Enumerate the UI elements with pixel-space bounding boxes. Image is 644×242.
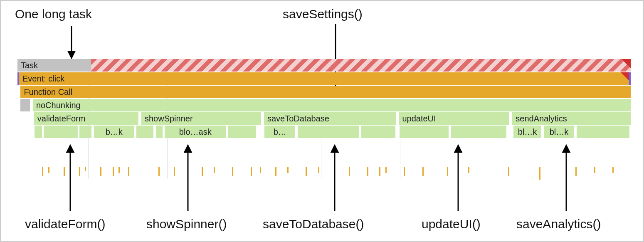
arrow-showSpinner bbox=[182, 146, 194, 213]
row-function-call: Function Call bbox=[17, 86, 631, 98]
bar-leaf-1: b…k bbox=[94, 126, 134, 138]
arrow-one-long-task bbox=[65, 26, 78, 59]
arrow-validateForm bbox=[64, 146, 76, 213]
row-task: Task bbox=[17, 59, 631, 72]
annotation-saveAnalytics: saveAnalytics() bbox=[516, 217, 601, 231]
arrow-saveToDatabase bbox=[328, 146, 341, 213]
bar-showSpinner: showSpinner bbox=[141, 112, 261, 125]
bar-leaf-3: b… bbox=[264, 126, 295, 138]
row-leaves: b…k blo…ask b… bl…k bl…k bbox=[17, 126, 631, 138]
function-call-label: Function Call bbox=[24, 87, 72, 97]
annotation-updateUI: updateUI() bbox=[422, 217, 481, 231]
bar-grey-sliver bbox=[20, 99, 30, 111]
bar-validateForm: validateForm bbox=[34, 112, 138, 125]
annotation-saveToDatabase: saveToDatabase() bbox=[263, 217, 364, 231]
bar-updateUI: updateUI bbox=[399, 112, 509, 125]
row-children: validateForm showSpinner saveToDatabase … bbox=[17, 112, 631, 125]
arrow-updateUI bbox=[452, 146, 464, 213]
bar-task-label: Task bbox=[17, 59, 91, 72]
tick-marks bbox=[17, 167, 631, 184]
bar-task-long bbox=[91, 59, 631, 72]
event-marker-icon bbox=[621, 72, 629, 81]
task-label: Task bbox=[21, 61, 38, 70]
diagram-stage: One long task saveSettings() Task Event:… bbox=[1, 1, 643, 241]
bar-saveToDatabase: saveToDatabase bbox=[264, 112, 396, 125]
annotation-one-long-task: One long task bbox=[15, 7, 92, 21]
annotation-save-settings: saveSettings() bbox=[283, 7, 363, 21]
bar-nochunking: noChunking bbox=[33, 99, 631, 111]
bar-leaf-5: bl…k bbox=[544, 126, 575, 138]
nochunking-label: noChunking bbox=[36, 101, 81, 110]
bar-leaf-4: bl…k bbox=[513, 126, 541, 138]
bar-sendAnalytics: sendAnalytics bbox=[512, 112, 631, 125]
annotation-validateForm: validateForm() bbox=[25, 217, 105, 231]
annotation-showSpinner: showSpinner() bbox=[146, 217, 227, 231]
bar-leaf-2: blo…ask bbox=[165, 126, 226, 138]
bar-event-click: Event: click bbox=[19, 72, 629, 85]
bar-function-call: Function Call bbox=[20, 86, 631, 98]
row-nochunking: noChunking bbox=[17, 99, 631, 111]
row-event-click: Event: click bbox=[17, 72, 631, 85]
arrow-saveAnalytics bbox=[560, 146, 572, 213]
flame-chart: Task Event: click Function Call noChunki… bbox=[17, 59, 631, 139]
event-click-label: Event: click bbox=[22, 74, 64, 84]
long-task-marker-icon bbox=[622, 59, 631, 68]
